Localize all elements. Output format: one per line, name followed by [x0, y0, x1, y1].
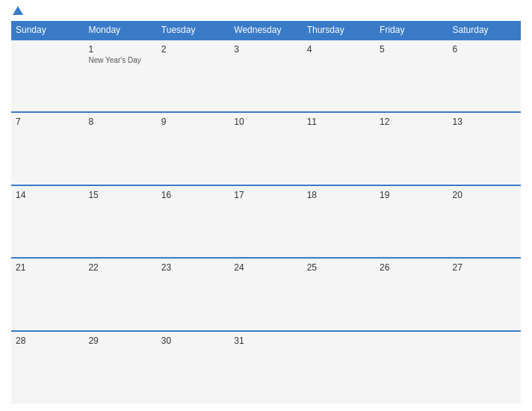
calendar-cell: 26 [375, 258, 448, 330]
calendar-cell: 14 [11, 185, 84, 258]
week-row-5: 28293031 [11, 331, 521, 404]
day-number: 31 [234, 336, 297, 346]
week-row-4: 21222324252627 [11, 258, 521, 330]
day-number: 27 [453, 262, 516, 273]
day-number: 5 [380, 44, 443, 55]
calendar-cell: 31 [229, 331, 302, 404]
calendar-cell: 4 [303, 40, 375, 112]
day-number: 25 [307, 262, 371, 273]
calendar-cell [375, 331, 448, 404]
day-number: 22 [88, 262, 152, 273]
calendar-cell [303, 331, 375, 404]
calendar-cell: 1New Year's Day [84, 40, 156, 112]
day-number: 17 [234, 190, 297, 200]
day-number: 29 [88, 336, 152, 346]
week-row-1: 1New Year's Day23456 [11, 40, 521, 112]
day-number: 6 [453, 44, 516, 55]
holiday-name: New Year's Day [88, 56, 152, 64]
calendar-cell [448, 331, 521, 404]
calendar-cell [11, 40, 84, 112]
day-number: 14 [16, 190, 79, 200]
calendar-cell: 15 [84, 185, 156, 258]
day-number: 30 [161, 336, 225, 346]
calendar-cell: 5 [375, 40, 448, 112]
weekday-header-wednesday: Wednesday [229, 21, 302, 40]
weekday-header-saturday: Saturday [448, 21, 521, 40]
weekday-header-row: SundayMondayTuesdayWednesdayThursdayFrid… [11, 21, 521, 40]
calendar-table: SundayMondayTuesdayWednesdayThursdayFrid… [11, 21, 521, 404]
calendar-cell: 24 [229, 258, 302, 330]
calendar-cell: 29 [84, 331, 156, 404]
day-number: 13 [453, 117, 516, 127]
weekday-header-friday: Friday [375, 21, 448, 40]
weekday-header-thursday: Thursday [303, 21, 375, 40]
calendar-cell: 16 [157, 185, 229, 258]
day-number: 19 [380, 190, 443, 200]
day-number: 20 [453, 190, 516, 200]
day-number: 26 [380, 262, 443, 273]
calendar-cell: 11 [303, 112, 375, 185]
day-number: 8 [88, 117, 152, 127]
calendar-cell: 12 [375, 112, 448, 185]
day-number: 23 [161, 262, 225, 273]
calendar-cell: 9 [157, 112, 229, 185]
day-number: 16 [161, 190, 225, 200]
weekday-header-monday: Monday [84, 21, 156, 40]
day-number: 21 [16, 262, 79, 273]
day-number: 4 [307, 44, 371, 55]
header [11, 7, 521, 15]
calendar-cell: 13 [448, 112, 521, 185]
calendar-cell: 27 [448, 258, 521, 330]
week-row-3: 14151617181920 [11, 185, 521, 258]
calendar-container: SundayMondayTuesdayWednesdayThursdayFrid… [0, 0, 532, 411]
day-number: 9 [161, 117, 225, 127]
day-number: 2 [161, 44, 225, 55]
calendar-cell: 8 [84, 112, 156, 185]
day-number: 3 [234, 44, 297, 55]
weekday-header-tuesday: Tuesday [157, 21, 229, 40]
logo [11, 7, 23, 15]
calendar-cell: 10 [229, 112, 302, 185]
logo-triangle-icon [13, 6, 23, 15]
day-number: 12 [380, 117, 443, 127]
calendar-cell: 17 [229, 185, 302, 258]
calendar-cell: 18 [303, 185, 375, 258]
calendar-cell: 28 [11, 331, 84, 404]
calendar-cell: 21 [11, 258, 84, 330]
calendar-cell: 22 [84, 258, 156, 330]
calendar-cell: 25 [303, 258, 375, 330]
calendar-cell: 6 [448, 40, 521, 112]
day-number: 18 [307, 190, 371, 200]
day-number: 24 [234, 262, 297, 273]
day-number: 28 [16, 336, 79, 346]
day-number: 11 [307, 117, 371, 127]
day-number: 1 [88, 44, 152, 55]
day-number: 7 [16, 117, 79, 127]
calendar-cell: 30 [157, 331, 229, 404]
day-number: 10 [234, 117, 297, 127]
week-row-2: 78910111213 [11, 112, 521, 185]
calendar-cell: 7 [11, 112, 84, 185]
weekday-header-sunday: Sunday [11, 21, 84, 40]
calendar-cell: 23 [157, 258, 229, 330]
calendar-cell: 2 [157, 40, 229, 112]
calendar-cell: 20 [448, 185, 521, 258]
calendar-cell: 3 [229, 40, 302, 112]
day-number: 15 [88, 190, 152, 200]
calendar-cell: 19 [375, 185, 448, 258]
